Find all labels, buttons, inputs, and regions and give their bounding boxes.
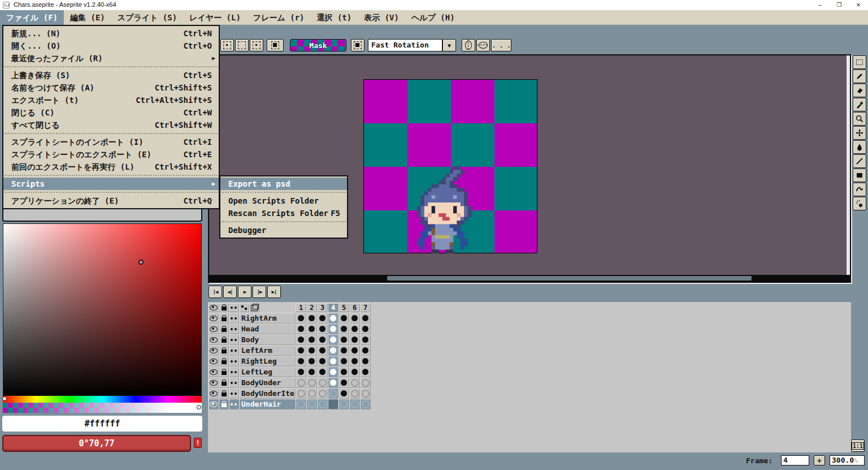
maximize-button[interactable]: ❐ <box>830 0 849 10</box>
cel-UnderHair-frame-3[interactable] <box>317 399 328 409</box>
cel-LeftArm-frame-3[interactable] <box>317 345 328 356</box>
cel-UnderHair-frame-2[interactable] <box>306 399 317 409</box>
eyedropper-tool-button[interactable] <box>853 98 866 111</box>
cel-Head-frame-2[interactable] <box>306 324 317 334</box>
zoom-tool-button[interactable] <box>853 112 866 126</box>
layer-visibility-toggle[interactable] <box>209 324 219 334</box>
cel-BodyUnderIte-frame-1[interactable] <box>296 388 306 399</box>
cel-RightLeg-frame-6[interactable] <box>349 356 360 366</box>
cel-LeftLeg-frame-1[interactable] <box>296 366 306 377</box>
spray-tool-button[interactable] <box>853 197 866 210</box>
cel-Body-frame-6[interactable] <box>349 334 360 345</box>
header-eye-cell[interactable] <box>209 303 219 312</box>
layer-lock-toggle[interactable] <box>219 356 229 366</box>
layer-visibility-toggle[interactable] <box>209 388 219 399</box>
next-frame-button[interactable]: |▶ <box>253 286 266 298</box>
frame-header-4[interactable]: 4 <box>328 303 338 312</box>
cel-BodyUnderIte-frame-2[interactable] <box>306 388 317 399</box>
cel-RightLeg-frame-7[interactable] <box>360 356 371 366</box>
frame-header-7[interactable]: 7 <box>360 303 371 312</box>
sv-picker-handle[interactable] <box>138 260 144 265</box>
cel-Head-frame-7[interactable] <box>360 324 371 334</box>
cel-BodyUnder-frame-4[interactable] <box>328 377 338 388</box>
menu-item[interactable]: スプライトシートのエクスポート (E)Ctrl+E <box>3 148 219 161</box>
layer-visibility-toggle[interactable] <box>209 399 219 409</box>
alpha-slider[interactable] <box>3 403 202 413</box>
frame-header-1[interactable]: 1 <box>296 303 306 312</box>
cel-RightArm-frame-3[interactable] <box>317 313 328 324</box>
hue-slider[interactable] <box>3 396 202 403</box>
cel-LeftArm-frame-6[interactable] <box>349 345 360 356</box>
cel-Head-frame-1[interactable] <box>296 324 306 334</box>
layer-lock-toggle[interactable] <box>219 366 229 377</box>
timeline-options-cell[interactable] <box>239 303 249 312</box>
cel-RightLeg-frame-3[interactable] <box>317 356 328 366</box>
menu-sprite[interactable]: スプライト (S) <box>111 10 183 25</box>
cel-Body-frame-2[interactable] <box>306 334 317 345</box>
rectangular-marquee-tool-button[interactable] <box>853 55 866 69</box>
rectangle-tool-button[interactable] <box>853 169 866 182</box>
menu-file[interactable]: ファイル (F) <box>0 10 64 25</box>
layer-name-LeftLeg[interactable]: LeftLeg <box>239 366 296 377</box>
cel-Head-frame-3[interactable] <box>317 324 328 334</box>
menu-item[interactable]: Debugger <box>220 224 347 236</box>
cel-Body-frame-3[interactable] <box>317 334 328 345</box>
minimize-button[interactable]: – <box>810 0 830 10</box>
cel-RightArm-frame-7[interactable] <box>360 313 371 324</box>
menu-item[interactable]: 最近使ったファイル (R)▶ <box>3 52 219 64</box>
cel-Body-frame-7[interactable] <box>360 334 371 345</box>
layer-lock-toggle[interactable] <box>219 377 229 388</box>
first-frame-button[interactable]: |◀ <box>209 286 222 298</box>
cel-RightLeg-frame-4[interactable] <box>328 356 338 366</box>
hex-color-field[interactable]: #ffffff <box>2 416 202 432</box>
cel-RightLeg-frame-5[interactable] <box>338 356 349 366</box>
hsv-color-button[interactable]: 0°70,77 <box>2 435 191 452</box>
layer-continuous-toggle[interactable] <box>229 356 239 366</box>
cel-BodyUnderIte-frame-4[interactable] <box>328 388 338 399</box>
layer-name-Head[interactable]: Head <box>239 324 296 334</box>
rotation-dropdown-arrow-button[interactable]: ▼ <box>442 39 456 51</box>
menu-item[interactable]: Export as psd <box>220 178 347 190</box>
layer-visibility-toggle[interactable] <box>209 377 219 388</box>
selection-mode-add-button[interactable] <box>235 39 249 51</box>
symmetry-x-button[interactable] <box>476 39 490 51</box>
layer-name-BodyUnder[interactable]: BodyUnder <box>239 377 296 388</box>
menu-item[interactable]: アプリケーションの終了 (E)Ctrl+Q <box>3 195 219 207</box>
menu-help[interactable]: ヘルプ (H) <box>405 10 461 25</box>
menu-item[interactable]: 前回のエクスポートを再実行 (L)Ctrl+Shift+X <box>3 161 219 173</box>
cel-LeftLeg-frame-4[interactable] <box>328 366 338 377</box>
cel-BodyUnder-frame-2[interactable] <box>306 377 317 388</box>
cel-BodyUnderIte-frame-7[interactable] <box>360 388 371 399</box>
layer-visibility-toggle[interactable] <box>209 345 219 356</box>
alpha-slider-handle[interactable] <box>197 405 201 409</box>
cel-BodyUnder-frame-6[interactable] <box>349 377 360 388</box>
layer-name-BodyUnderIte[interactable]: BodyUnderIte <box>239 388 296 399</box>
layer-continuous-toggle[interactable] <box>229 388 239 399</box>
mask-color-button[interactable]: Mask <box>290 39 346 51</box>
cel-LeftLeg-frame-2[interactable] <box>306 366 317 377</box>
menu-edit[interactable]: 編集 (E) <box>64 10 111 25</box>
new-layer-cell[interactable] <box>249 303 259 312</box>
color-warning-icon[interactable]: ! <box>194 438 202 448</box>
cel-Head-frame-5[interactable] <box>338 324 349 334</box>
menu-layer[interactable]: レイヤー (L) <box>183 10 247 25</box>
rotation-algorithm-dropdown[interactable]: Fast Rotation <box>368 39 442 51</box>
menu-item[interactable]: スプライトシートのインポート (I)Ctrl+I <box>3 136 219 148</box>
cel-Head-frame-4[interactable] <box>328 324 338 334</box>
layer-continuous-toggle[interactable] <box>229 399 239 409</box>
selection-mode-subtract-button[interactable] <box>250 39 263 51</box>
frame-header-5[interactable]: 5 <box>338 303 349 312</box>
cel-LeftLeg-frame-6[interactable] <box>349 366 360 377</box>
menu-item[interactable]: Rescan Scripts FolderF5 <box>220 207 347 219</box>
line-tool-button[interactable] <box>853 154 866 168</box>
menu-item[interactable]: 新規... (N)Ctrl+N <box>3 27 219 40</box>
zoom-1-1-button[interactable]: 1:1 <box>851 439 865 452</box>
menu-item[interactable]: 上書き保存 (S)Ctrl+S <box>3 69 219 81</box>
layer-lock-toggle[interactable] <box>219 345 229 356</box>
layer-name-LeftArm[interactable]: LeftArm <box>239 345 296 356</box>
last-frame-button[interactable]: ▶| <box>267 286 281 298</box>
cel-UnderHair-frame-7[interactable] <box>360 399 371 409</box>
layer-continuous-toggle[interactable] <box>229 345 239 356</box>
symmetry-y-button[interactable] <box>462 39 475 51</box>
cel-BodyUnder-frame-3[interactable] <box>317 377 328 388</box>
